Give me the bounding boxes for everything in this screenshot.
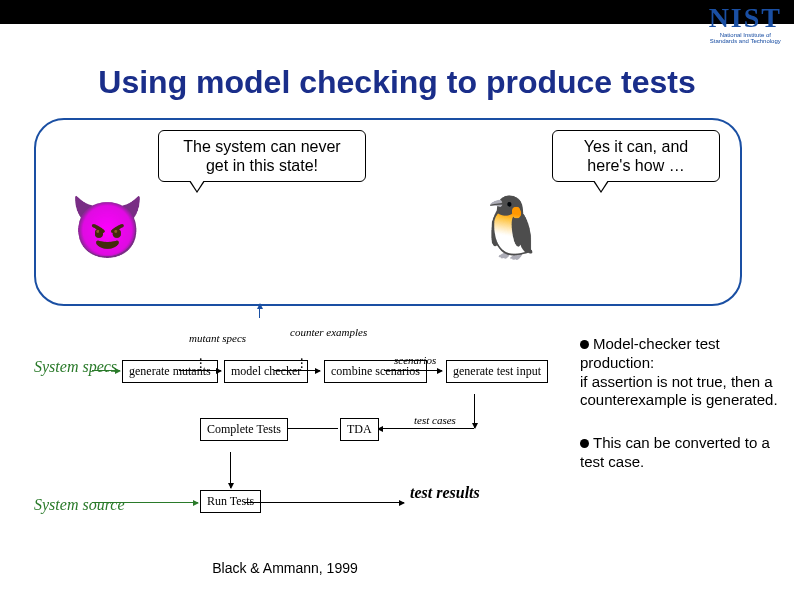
flow-system-specs: System specs [34,358,117,376]
bullet-1: Model-checker test production: if assert… [580,335,780,410]
top-black-strip [0,0,794,24]
flow-diagram: System specs generate mutants mutant spe… [34,318,570,550]
flow-tda: TDA [340,418,379,441]
speech-left: The system can never get in this state! [158,130,366,182]
flow-scenarios: scenarios [394,354,436,366]
slide-title: Using model checking to produce tests [40,64,754,101]
flow-complete-tests: Complete Tests [200,418,288,441]
arrow-generate-tda-down [474,394,475,428]
arrow-complete-run [230,452,231,488]
bullet-2-text: This can be converted to a test case. [580,434,770,470]
speech-right: Yes it can, and here's how … [552,130,720,182]
flow-generate-test-input: generate test input [446,360,548,383]
penguin-mascot-icon: 🐧 [474,198,549,258]
arrow-specs-mutants [92,370,120,371]
flow-generate-mutants: generate mutants [122,360,218,383]
illustration-frame: The system can never get in this state! … [34,118,742,306]
flow-mutant-specs: mutant specs [189,332,246,344]
bullet-list: Model-checker test production: if assert… [580,335,780,496]
nist-logo: NIST National Institute of Standards and… [709,4,782,44]
arrow-tests-tda [378,428,474,429]
bullet-2: This can be converted to a test case. [580,434,780,472]
citation: Black & Ammann, 1999 [0,560,570,576]
dots-2: ··· [300,358,304,370]
nist-logo-text: NIST [709,4,782,32]
speech-left-text: The system can never get in this state! [183,138,340,174]
bullet-1-text: Model-checker test production: if assert… [580,335,778,408]
arrow-to-illustration [259,304,260,318]
arrow-run-results [244,502,404,503]
flow-model-checker: model checker [224,360,308,383]
arrow-source-run [92,502,198,503]
flow-test-results: test results [410,484,480,502]
nist-tagline-2: Standards and Technology [709,38,782,44]
devil-mascot-icon: 😈 [70,198,145,258]
arrow-mutants-checker [179,370,221,371]
bullet-dot-icon [580,340,589,349]
dots-1: ··· [199,358,203,370]
flow-system-source: System source [34,496,125,514]
arrow-combine-generate [384,370,442,371]
flow-test-cases: test cases [414,414,456,426]
flow-counter-examples: counter examples [290,326,367,338]
bullet-dot-icon [580,439,589,448]
speech-right-text: Yes it can, and here's how … [584,138,688,174]
arrow-checker-combine [274,370,320,371]
